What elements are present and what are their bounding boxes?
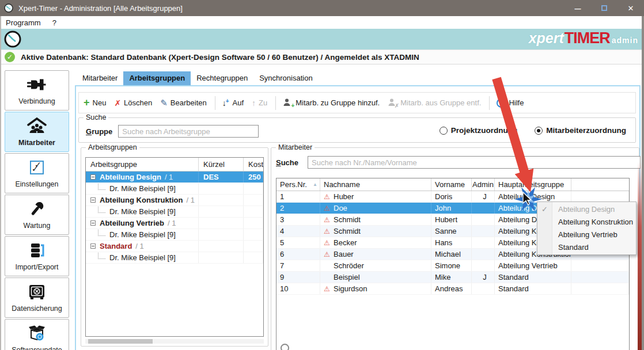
help-icon [496, 97, 506, 108]
sidebar-item-label: Einstellungen [15, 180, 58, 188]
group-row-abteilung-vertrieb[interactable]: Abteilung Vertrieb/ 1 [86, 218, 263, 229]
sidebar-item-label: Softwareupdate [12, 346, 62, 350]
safe-icon [29, 283, 45, 301]
radio-mitarbeiterzuordnung[interactable]: Mitarbeiterzuordnung [535, 126, 626, 135]
tab-synchronisation[interactable]: Synchronisation [253, 71, 319, 85]
collapse-icon[interactable] [90, 220, 96, 226]
warning-icon [324, 284, 334, 293]
plug-icon [26, 75, 47, 94]
tab-rechtegruppen[interactable]: Rechtegruppen [191, 71, 253, 85]
close-icon [628, 4, 634, 13]
radio-projektzuordnung[interactable]: Projektzuordnung [440, 126, 518, 135]
sidebar-item-label: Datensicherung [12, 305, 62, 313]
menu-programm[interactable]: Programm [0, 18, 47, 27]
window-title: Xpert-Timer - Administration [Alle Arbei… [18, 4, 183, 13]
group-row-standard[interactable]: Standard/ 1 [86, 241, 263, 252]
add-member-to-group-button[interactable]: + Mitarb. zu Gruppe hinzuf. [283, 98, 380, 107]
group-row-abteilung-design[interactable]: Abteilung Design/ 1 DES 250 [86, 172, 263, 183]
tab-mitarbeiter[interactable]: Mitarbeiter [77, 71, 123, 85]
group-search-row: Gruppe [86, 125, 259, 138]
software-box-icon [28, 324, 46, 343]
group-child-row[interactable]: Dr. Mike Beispiel [9] [86, 252, 263, 264]
horizontal-scrollbar[interactable] [85, 339, 264, 344]
group-child-row[interactable]: Dr. Mike Beispiel [9] [86, 229, 263, 241]
plus-icon [84, 98, 90, 108]
person-remove-icon: ✗ [388, 98, 397, 107]
column-header-empty [571, 178, 629, 191]
member-search-input[interactable] [308, 156, 641, 169]
column-header-vorname[interactable]: Vorname [431, 178, 472, 191]
menu-item-abteilung-vertrieb[interactable]: Abteilung Vertrieb [537, 229, 636, 241]
radio-selected-icon [535, 127, 543, 135]
new-button[interactable]: Neu [84, 98, 106, 108]
collapse-icon[interactable] [90, 174, 96, 180]
remove-member-from-group-button[interactable]: ✗ Mitarb. aus Gruppe entf. [388, 98, 481, 107]
member-row-10[interactable]: 10 Sigurdson Andreas Standard [276, 283, 629, 295]
column-header-persnr[interactable]: Pers.Nr. [276, 178, 320, 191]
red-edge-annotation [638, 161, 642, 350]
sidebar-item-einstellungen[interactable]: Einstellungen [5, 153, 69, 193]
sidebar-item-mitarbeiter[interactable]: Mitarbeiter [5, 112, 69, 152]
sidebar-item-label: Verbindung [18, 97, 55, 105]
edit-button[interactable]: Bearbeiten [160, 98, 206, 108]
menu-item-abteilung-konstruktion[interactable]: Abteilung Konstruktion [537, 216, 636, 229]
column-header-hauptarbeitsgruppe[interactable]: Hauptarbeitsgruppe [495, 178, 571, 191]
collapse-icon[interactable] [90, 197, 96, 203]
sidebar-item-datensicherung[interactable]: Datensicherung [5, 277, 69, 318]
member-row-1[interactable]: 1 Huber Doris J Abteilung Design [276, 191, 629, 203]
title-bar: Xpert-Timer - Administration [Alle Arbei… [0, 0, 644, 16]
arbeitsgruppen-table-header: Arbeitsgruppe Kürzel Kost [86, 158, 263, 172]
sidebar-item-import-export[interactable]: Import/Export [5, 236, 69, 276]
group-search-label: Gruppe [86, 127, 112, 136]
sidebar-item-wartung[interactable]: Wartung [5, 195, 69, 235]
column-header-arbeitsgruppe[interactable]: Arbeitsgruppe [86, 158, 199, 171]
delete-button[interactable]: Löschen [114, 98, 152, 108]
help-button[interactable]: Hilfe [497, 98, 524, 108]
collapse-icon[interactable] [90, 244, 96, 249]
app-window: Xpert-Timer - Administration [Alle Arbei… [0, 0, 644, 350]
radio-icon [440, 127, 448, 135]
move-up-button[interactable]: Auf [222, 98, 244, 108]
active-database-text: Aktive Datenbank: Standard Datenbank (Xp… [21, 53, 419, 62]
move-down-button[interactable]: Zu [252, 98, 267, 108]
member-row-7[interactable]: 7 Schröder Simone Abteilung Vertrieb [276, 260, 629, 272]
arbeitsgruppen-panel-legend: Arbeitsgruppen [86, 143, 139, 151]
search-groupbox-legend: Suche [84, 113, 108, 121]
column-header-nachname[interactable]: Nachname [320, 178, 431, 191]
menu-item-standard[interactable]: Standard [537, 241, 636, 254]
wrench-icon [28, 200, 46, 218]
tab-arbeitsgruppen[interactable]: Arbeitsgruppen [123, 71, 191, 85]
group-row-abteilung-konstruktion[interactable]: Abteilung Konstruktion/ 1 [86, 195, 263, 206]
column-header-kost[interactable]: Kost [244, 158, 263, 171]
arrow-down-plus-icon [222, 98, 230, 108]
app-clock-icon [3, 3, 14, 13]
maximize-icon [601, 5, 607, 11]
maximize-button[interactable] [591, 0, 618, 16]
brand-logo: xpertTIMERadmin [529, 29, 638, 49]
group-search-input[interactable] [118, 125, 259, 138]
sort-ascending-icon [313, 182, 317, 187]
warning-icon [324, 250, 334, 258]
brand-xpert: xpert [529, 30, 564, 47]
close-button[interactable] [618, 0, 644, 16]
column-header-kuerzel[interactable]: Kürzel [199, 158, 244, 171]
scrollbar-thumb[interactable] [88, 339, 153, 344]
member-row-9[interactable]: 9 Beispiel Mike J Standard [276, 272, 629, 283]
warning-icon [324, 238, 334, 247]
arbeitsgruppen-table: Arbeitsgruppe Kürzel Kost Abteilung Desi… [85, 157, 264, 337]
arbeitsgruppen-panel: Arbeitsgruppen Arbeitsgruppe Kürzel Kost… [81, 147, 268, 347]
sidebar-item-verbindung[interactable]: Verbindung [5, 70, 69, 111]
toolbar-separator [275, 96, 276, 110]
sidebar-item-softwareupdate[interactable]: Softwareupdate [5, 319, 69, 350]
group-child-row[interactable]: Dr. Mike Beispiel [9] [86, 206, 263, 218]
minimize-button[interactable] [565, 0, 591, 16]
window-controls [565, 0, 644, 16]
search-groupbox: Suche Gruppe Projektzuordnung Mitarbeite… [78, 117, 636, 143]
warning-icon [324, 204, 334, 212]
group-child-row[interactable]: Dr. Mike Beispiel [9] [86, 183, 263, 195]
x-icon [114, 98, 121, 108]
column-header-admin[interactable]: Admin [472, 178, 495, 191]
tree-connector [98, 184, 105, 190]
menu-item-abteilung-design[interactable]: Abteilung Design [537, 203, 636, 216]
menu-help[interactable]: ? [47, 18, 62, 27]
